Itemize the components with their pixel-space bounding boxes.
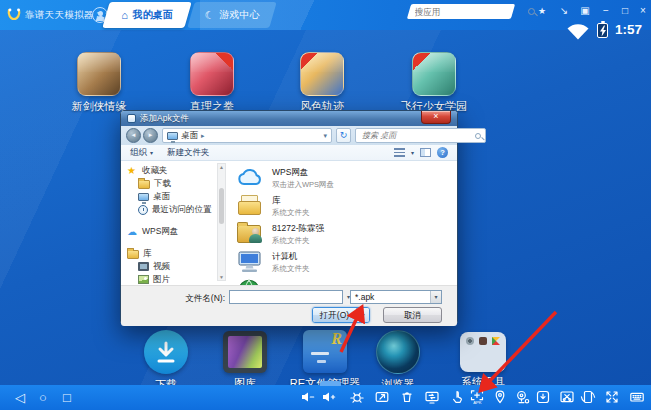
- shortcut-gallery[interactable]: 图库: [203, 330, 287, 391]
- system-tools-folder-icon[interactable]: [460, 332, 506, 372]
- file-item-network[interactable]: [237, 276, 457, 285]
- refresh-button[interactable]: ↻: [336, 128, 351, 143]
- new-folder-button[interactable]: 新建文件夹: [167, 147, 210, 159]
- app-feixingshaonv[interactable]: 飞行少女学园: [392, 52, 476, 114]
- minimize-button[interactable]: −: [598, 3, 614, 19]
- open-dropdown-icon[interactable]: ▾: [356, 308, 369, 322]
- maximize-button[interactable]: □: [617, 3, 633, 19]
- tab-game-center[interactable]: ☾游戏中心: [187, 2, 276, 28]
- app-zhenlizhiquan[interactable]: 真理之拳: [170, 52, 254, 114]
- topbar-search[interactable]: [407, 4, 515, 19]
- app-icon[interactable]: [190, 52, 234, 96]
- screenshot-icon[interactable]: [373, 388, 391, 406]
- dialog-titlebar[interactable]: 添加Apk文件: [121, 111, 457, 126]
- file-item-user-folder[interactable]: 81272-陈霖强系统文件夹: [237, 220, 457, 248]
- clock-time: 1:57: [615, 22, 642, 37]
- app-fengseguiji[interactable]: 风色轨迹: [280, 52, 364, 114]
- taskbar-handle[interactable]: [320, 381, 341, 386]
- app-install-icon[interactable]: [534, 388, 552, 406]
- apk-install-icon[interactable]: APK: [468, 388, 486, 406]
- open-button[interactable]: 打开(O): [313, 308, 356, 322]
- tab-my-desktop[interactable]: ⌂我的桌面: [102, 2, 191, 28]
- gallery-icon[interactable]: [223, 331, 267, 373]
- sidebar-scrollbar[interactable]: ▲ ▼: [217, 163, 226, 281]
- android-home-icon[interactable]: ○: [36, 389, 50, 406]
- help-icon[interactable]: ?: [437, 147, 448, 158]
- android-back-icon[interactable]: ◁: [13, 389, 27, 406]
- back-button[interactable]: ◄: [126, 128, 141, 143]
- sidebar-item-downloads[interactable]: 下载: [121, 177, 227, 190]
- file-type-filter[interactable]: *.apk ▾: [350, 290, 442, 304]
- organize-button[interactable]: 组织▾: [130, 147, 153, 159]
- open-split-button[interactable]: 打开(O) ▾: [312, 307, 370, 323]
- dialog-close-button[interactable]: ×: [421, 111, 451, 124]
- promo-ribbon-icon: [301, 53, 318, 70]
- location-icon[interactable]: [491, 388, 509, 406]
- app-icon[interactable]: [300, 52, 344, 96]
- breadcrumb[interactable]: 桌面 ▸ ▾: [162, 128, 332, 143]
- scroll-down-icon[interactable]: ▼: [218, 274, 225, 280]
- dialog-icon: [127, 114, 136, 123]
- sidebar-item-videos[interactable]: 视频: [121, 260, 227, 273]
- cancel-button[interactable]: 取消: [383, 307, 442, 323]
- shortcut-browser[interactable]: 浏览器: [356, 330, 440, 392]
- sidebar-item-libraries[interactable]: 库: [121, 247, 227, 260]
- dialog-footer: 文件名(N): ▾ *.apk ▾ 打开(O) ▾ 取消: [121, 285, 457, 326]
- shortcut-download[interactable]: 下载: [124, 330, 208, 392]
- browser-globe-icon[interactable]: [376, 330, 420, 374]
- android-recents-icon[interactable]: □: [60, 389, 74, 406]
- forward-button[interactable]: ►: [143, 128, 158, 143]
- chevron-down-icon[interactable]: ▾: [323, 132, 327, 140]
- app-icon[interactable]: [412, 52, 456, 96]
- tab-label: 我的桌面: [133, 8, 173, 22]
- file-item-libraries[interactable]: 库系统文件夹: [237, 192, 457, 220]
- scrollbar-thumb[interactable]: [219, 188, 224, 224]
- play-store-mini-icon: [492, 337, 500, 345]
- minimize-to-tray-icon[interactable]: ↘: [556, 3, 572, 19]
- dialog-title: 添加Apk文件: [140, 113, 189, 125]
- dialog-file-list: WPS网盘双击进入WPS网盘 库系统文件夹 81272-陈霖强系统文件夹 计算机…: [227, 161, 457, 285]
- rotate-screen-icon[interactable]: [579, 388, 597, 406]
- boss-key-icon[interactable]: ▣: [577, 3, 593, 19]
- screen-switch-icon[interactable]: [423, 388, 441, 406]
- app-xinjianxia[interactable]: 新剑侠情缘: [57, 52, 141, 114]
- fullscreen-icon[interactable]: [603, 388, 621, 406]
- sidebar-item-wps-cloud[interactable]: ☁WPS网盘: [121, 225, 227, 238]
- pin-icon[interactable]: ★: [534, 3, 550, 19]
- filename-input[interactable]: [230, 292, 347, 302]
- keyboard-icon[interactable]: [628, 388, 646, 406]
- chevron-down-icon[interactable]: ▾: [430, 291, 441, 303]
- scroll-up-icon[interactable]: ▲: [218, 164, 225, 170]
- file-item-computer[interactable]: 计算机系统文件夹: [237, 248, 457, 276]
- close-button[interactable]: ×: [635, 3, 651, 19]
- file-item-wps-cloud[interactable]: WPS网盘双击进入WPS网盘: [237, 164, 457, 192]
- change-view-icon[interactable]: [394, 148, 405, 157]
- shortcut-system-tools[interactable]: 系统工具: [441, 330, 525, 390]
- volume-up-icon[interactable]: [319, 388, 337, 406]
- chevron-down-icon[interactable]: ▾: [411, 149, 414, 156]
- re-file-manager-icon[interactable]: R: [303, 330, 347, 373]
- trash-icon[interactable]: [398, 388, 416, 406]
- chevron-right-icon[interactable]: ▸: [201, 132, 205, 140]
- preview-pane-icon[interactable]: [420, 148, 431, 157]
- window-cut-icon[interactable]: [558, 388, 576, 406]
- dialog-search-input[interactable]: [360, 130, 475, 141]
- breadcrumb-location[interactable]: 桌面: [181, 130, 198, 142]
- film-icon: [138, 262, 149, 271]
- dialog-address-bar: ◄ ► 桌面 ▸ ▾ ↻: [121, 126, 457, 145]
- sidebar-item-desktop[interactable]: 桌面: [121, 190, 227, 203]
- webcam-icon[interactable]: [513, 388, 531, 406]
- volume-down-icon[interactable]: [298, 388, 316, 406]
- search-input[interactable]: [413, 6, 528, 18]
- app-icon[interactable]: [77, 52, 121, 96]
- dialog-search-box[interactable]: [355, 128, 486, 143]
- sidebar-item-favorites[interactable]: ★收藏夹: [121, 164, 227, 177]
- download-icon[interactable]: [144, 330, 188, 374]
- filename-label: 文件名(N):: [185, 293, 225, 305]
- touch-point-icon[interactable]: [448, 388, 466, 406]
- game-icon: ☾: [205, 10, 215, 21]
- filename-combo[interactable]: ▾: [229, 290, 343, 304]
- monitor-icon: [138, 193, 149, 201]
- sidebar-item-recent-places[interactable]: 最近访问的位置: [121, 203, 227, 216]
- shake-icon[interactable]: [348, 388, 366, 406]
